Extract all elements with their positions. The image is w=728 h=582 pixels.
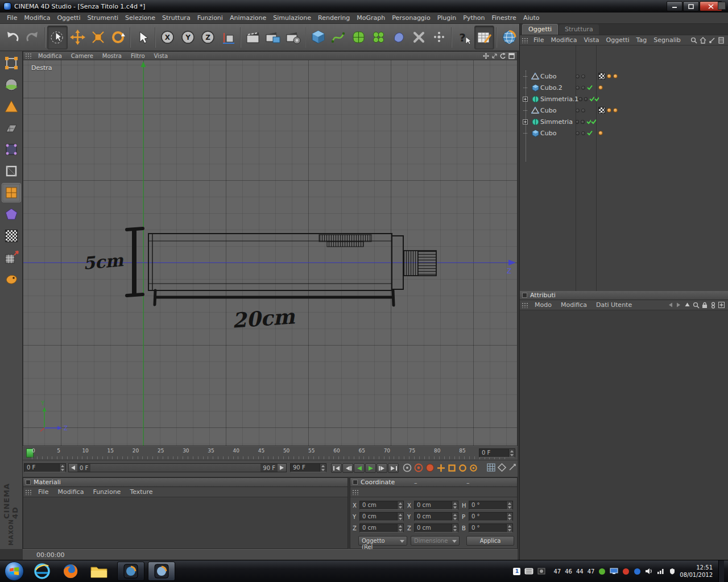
menu-item[interactable]: Personaggio — [388, 13, 433, 23]
materials-menu-item[interactable]: Texture — [125, 488, 157, 496]
attributes-menu-item[interactable]: Dati Utente — [592, 301, 636, 309]
rotation-h-field[interactable]: 0 ° — [469, 501, 513, 510]
viewport-right-view[interactable]: ModificaCamereMostraFiltroVista Destra — [23, 51, 518, 446]
menu-item[interactable]: Python — [460, 13, 488, 23]
range-end-grip[interactable] — [278, 464, 286, 472]
new-panel-icon[interactable] — [717, 301, 726, 309]
size-y-field[interactable]: 0 cm — [414, 512, 458, 521]
points-mode-button[interactable] — [2, 140, 21, 159]
keyframe-record-button[interactable] — [414, 463, 423, 472]
polygons-mode-button[interactable] — [2, 183, 21, 202]
phong-tag-icon[interactable] — [607, 74, 611, 78]
symmetry-object-icon[interactable] — [530, 118, 540, 126]
viewport-menu-item[interactable]: Vista — [150, 53, 173, 59]
rotation-b-field[interactable]: 0 ° — [469, 523, 513, 533]
snap-button[interactable] — [2, 269, 21, 289]
spinner[interactable] — [508, 449, 515, 457]
cube-object-icon[interactable] — [530, 84, 540, 92]
taskbar-clock[interactable]: 12:51 08/01/2012 — [680, 564, 713, 579]
menu-item[interactable]: MoGraph — [353, 13, 388, 23]
materials-menu-item[interactable]: Funzione — [88, 488, 125, 496]
coordinate-header[interactable]: Coordinate — [350, 478, 517, 487]
content-browser-button[interactable] — [474, 26, 495, 49]
home-icon[interactable] — [698, 36, 708, 44]
viewport-menu-item[interactable]: Mostra — [98, 53, 126, 59]
menu-item[interactable]: Modifica — [20, 13, 53, 23]
size-x-field[interactable]: 0 cm — [414, 501, 458, 510]
object-tree[interactable]: Cubo Cubo.2 — [520, 45, 728, 291]
y-axis-lock-button[interactable]: Y — [177, 26, 198, 49]
play-button[interactable] — [365, 463, 376, 473]
spline-pen-button[interactable] — [328, 26, 349, 49]
position-z-field[interactable]: 0 cm — [359, 523, 404, 533]
green-utility-tray-icon[interactable] — [598, 568, 606, 575]
editor-visibility-dot[interactable] — [578, 97, 582, 101]
toggle-view-icon[interactable] — [507, 52, 516, 60]
minimize-button[interactable] — [667, 1, 682, 11]
keyboard-tray-icon[interactable] — [524, 568, 533, 575]
spinner[interactable] — [59, 464, 65, 472]
goto-end-button[interactable] — [388, 463, 399, 473]
scale-tool-button[interactable] — [88, 26, 108, 49]
spinner[interactable] — [452, 501, 458, 509]
x-axis-lock-button[interactable]: X — [158, 26, 178, 49]
mograph-button[interactable] — [369, 26, 389, 49]
online-updater-button[interactable] — [499, 26, 519, 49]
internet-explorer-button[interactable] — [32, 562, 52, 580]
pla-grid-icon[interactable] — [487, 463, 495, 472]
texture-axis-button[interactable] — [2, 248, 21, 267]
symmetry-object-icon[interactable] — [530, 95, 540, 103]
record-scale-toggle[interactable] — [448, 464, 456, 472]
volume-tray-icon[interactable] — [645, 568, 653, 575]
render-visibility-dot[interactable] — [581, 74, 585, 78]
action-center-tray-icon[interactable] — [669, 568, 676, 575]
record-button[interactable] — [403, 463, 412, 472]
path-icon[interactable] — [708, 36, 717, 44]
menu-item[interactable]: Funzioni — [194, 13, 226, 23]
rotate-tool-button[interactable] — [108, 26, 129, 49]
viewport-menu-item[interactable]: Modifica — [34, 53, 67, 59]
timeline-options-icon[interactable] — [508, 463, 517, 472]
dimension-mode-dropdown[interactable]: Dimensione — [411, 536, 460, 546]
spinner[interactable] — [506, 513, 512, 521]
cinema4d-active-taskbar-button[interactable] — [148, 562, 175, 581]
end-frame-field[interactable]: 90 F — [290, 463, 326, 472]
spinner[interactable] — [397, 524, 403, 532]
object-row-cubo[interactable]: Cubo — [520, 127, 728, 139]
menu-item[interactable]: File — [3, 13, 20, 23]
goto-start-button[interactable] — [331, 463, 342, 473]
position-y-field[interactable]: 0 cm — [359, 512, 404, 521]
temperature-readout[interactable]: 47 — [553, 568, 561, 575]
antivirus-tray-icon[interactable] — [622, 568, 630, 575]
enabled-check-icon[interactable] — [591, 119, 596, 124]
render-view-button[interactable] — [243, 26, 263, 49]
network-tray-icon[interactable] — [657, 568, 665, 575]
ngon-mode-button[interactable] — [2, 205, 21, 224]
environment-button[interactable] — [409, 26, 429, 49]
explorer-folder-button[interactable] — [89, 562, 109, 580]
enabled-check-icon[interactable] — [587, 130, 593, 136]
preview-range-slider[interactable]: 0 F 90 F — [68, 463, 287, 472]
record-rotation-toggle[interactable] — [458, 464, 467, 472]
viewport-menu-item[interactable]: Camere — [67, 53, 98, 59]
enabled-check-icon[interactable] — [589, 96, 594, 102]
add-cube-button[interactable] — [308, 26, 328, 49]
move-tool-button[interactable] — [68, 26, 88, 49]
menu-item[interactable]: Struttura — [159, 13, 194, 23]
enabled-check-icon[interactable] — [587, 85, 593, 90]
temperature-readout[interactable]: 47 — [588, 568, 595, 575]
cinema4d-taskbar-button[interactable] — [117, 562, 144, 581]
tab-struttura[interactable]: Struttura — [559, 24, 599, 35]
render-visibility-dot[interactable] — [581, 120, 584, 124]
redo-button[interactable] — [23, 26, 43, 49]
materials-header[interactable]: Materiali — [23, 478, 348, 487]
edges-mode-button[interactable] — [2, 161, 21, 181]
keyframe-selection-icon[interactable] — [498, 463, 506, 472]
spinner[interactable] — [397, 513, 403, 521]
render-visibility-dot[interactable] — [581, 109, 585, 113]
panel-grip-icon[interactable] — [25, 489, 32, 495]
zoom-view-icon[interactable] — [490, 52, 499, 60]
spinner[interactable] — [506, 501, 512, 509]
render-visibility-dot[interactable] — [581, 86, 585, 90]
next-key-button[interactable] — [377, 463, 387, 473]
